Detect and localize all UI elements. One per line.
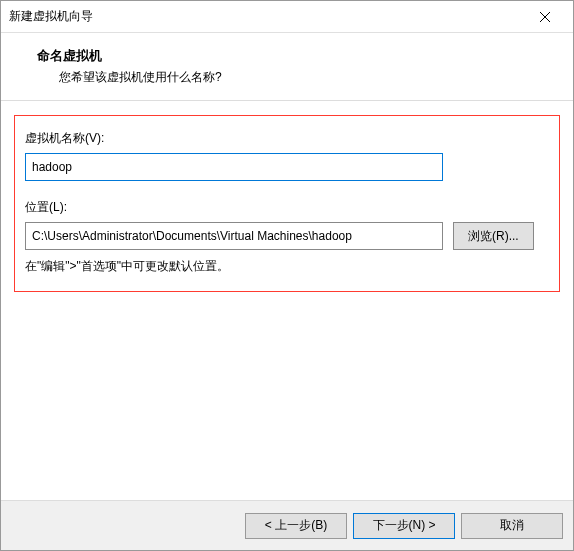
location-hint: 在"编辑">"首选项"中可更改默认位置。	[25, 258, 549, 275]
wizard-header: 命名虚拟机 您希望该虚拟机使用什么名称?	[1, 33, 573, 101]
next-button[interactable]: 下一步(N) >	[353, 513, 455, 539]
form-highlight: 虚拟机名称(V): 位置(L): 浏览(R)... 在"编辑">"首选项"中可更…	[14, 115, 560, 292]
vm-name-group: 虚拟机名称(V):	[25, 130, 549, 181]
location-label: 位置(L):	[25, 199, 549, 216]
window-title: 新建虚拟机向导	[9, 8, 525, 25]
page-title: 命名虚拟机	[37, 47, 563, 65]
content-area: 虚拟机名称(V): 位置(L): 浏览(R)... 在"编辑">"首选项"中可更…	[1, 101, 573, 500]
cancel-button[interactable]: 取消	[461, 513, 563, 539]
page-subtitle: 您希望该虚拟机使用什么名称?	[59, 69, 563, 86]
wizard-dialog: 新建虚拟机向导 命名虚拟机 您希望该虚拟机使用什么名称? 虚拟机名称(V): 位…	[0, 0, 574, 551]
location-group: 位置(L): 浏览(R)... 在"编辑">"首选项"中可更改默认位置。	[25, 199, 549, 275]
close-button[interactable]	[525, 2, 565, 32]
location-input[interactable]	[25, 222, 443, 250]
wizard-footer: < 上一步(B) 下一步(N) > 取消	[1, 500, 573, 550]
browse-button[interactable]: 浏览(R)...	[453, 222, 534, 250]
close-icon	[540, 12, 550, 22]
vm-name-input[interactable]	[25, 153, 443, 181]
vm-name-label: 虚拟机名称(V):	[25, 130, 549, 147]
titlebar: 新建虚拟机向导	[1, 1, 573, 33]
back-button[interactable]: < 上一步(B)	[245, 513, 347, 539]
location-row: 浏览(R)...	[25, 222, 549, 250]
